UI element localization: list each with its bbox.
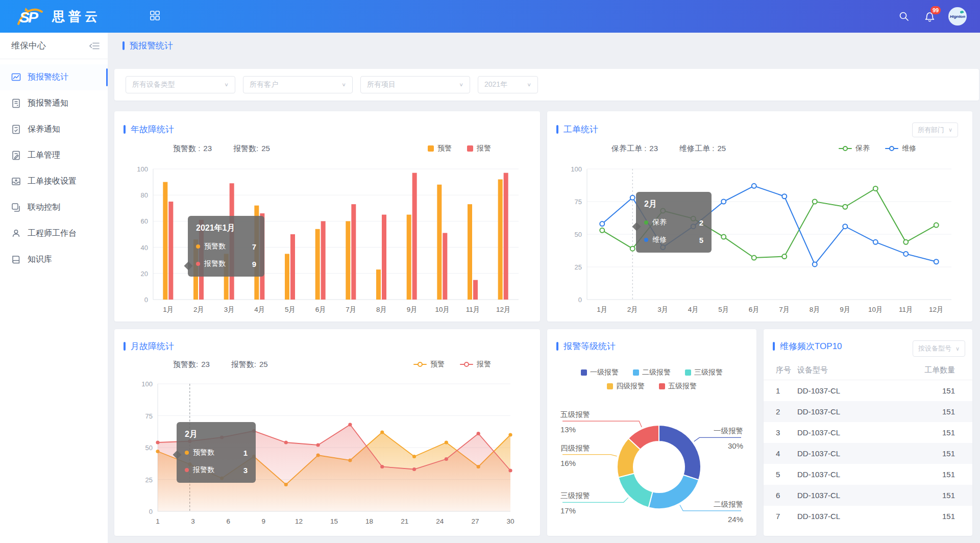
top10-card: 维修频次TOP10 按设备型号∨ 序号 设备型号 工单数量 1DD-1037-C…	[764, 329, 972, 536]
sidebar-item-workorder-receive[interactable]: 工单接收设置	[0, 168, 108, 194]
year-fault-card: 年故障统计 预警数 :23 报警数:25 预警 报警 0204060801001…	[114, 111, 540, 322]
year-select[interactable]: 2021年∨	[478, 76, 538, 93]
svg-text:3月: 3月	[657, 306, 668, 313]
svg-text:11月: 11月	[466, 306, 480, 313]
card-title: 工单统计	[556, 124, 598, 135]
workspace-header: 维保中心	[0, 33, 108, 59]
sidebar-item-linkage-control[interactable]: 联动控制	[0, 194, 108, 220]
month-fault-card: 月故障统计 预警数:23 报警数:25 预警 报警 02550751001369…	[114, 329, 540, 536]
svg-text:12月: 12月	[496, 306, 511, 313]
svg-text:1月: 1月	[597, 306, 607, 313]
card-title: 月故障统计	[124, 340, 174, 352]
card-title: 报警等级统计	[556, 340, 616, 352]
svg-text:10月: 10月	[868, 306, 883, 313]
sidebar-item-engineer-workbench[interactable]: 工程师工作台	[0, 220, 108, 246]
book-icon	[11, 255, 21, 264]
svg-text:四级报警: 四级报警	[560, 444, 590, 452]
svg-text:75: 75	[145, 412, 153, 420]
svg-text:40: 40	[141, 244, 148, 252]
department-select[interactable]: 所有部门∨	[912, 122, 958, 137]
workspace-label: 维保中心	[11, 40, 46, 52]
svg-text:五级报警: 五级报警	[560, 410, 590, 418]
sidebar-item-workorder-mgmt[interactable]: 工单管理	[0, 142, 108, 168]
area-chart-tooltip: 2月 预警数1 报警数3	[177, 422, 256, 483]
svg-text:21: 21	[401, 517, 408, 525]
customer-select[interactable]: 所有客户∨	[243, 76, 353, 93]
app-root: SP 思普云 99 Hignton	[0, 0, 980, 543]
apps-grid-icon[interactable]	[150, 11, 160, 22]
svg-text:13%: 13%	[560, 425, 576, 434]
line-chart-tooltip: 2月 保养2 维修5	[636, 192, 712, 253]
svg-text:二级报警: 二级报警	[714, 500, 743, 508]
sp-logo-icon: SP	[15, 6, 45, 27]
svg-text:8月: 8月	[376, 306, 387, 313]
svg-text:15: 15	[330, 517, 338, 525]
document-edit-icon	[11, 151, 21, 160]
table-row[interactable]: 4DD-1037-CL151	[764, 443, 972, 464]
svg-text:11月: 11月	[899, 306, 913, 313]
project-select[interactable]: 所有项目∨	[360, 76, 470, 93]
device-model-filter-button[interactable]: 按设备型号∨	[913, 340, 965, 357]
alarm-level-card: 报警等级统计 一级报警 二级报警 三级报警 四级报警 五级报警 一级报警30%二…	[547, 329, 756, 536]
svg-text:60: 60	[141, 217, 148, 225]
document-check-icon	[11, 125, 21, 134]
chevron-down-icon: ∨	[219, 82, 229, 87]
card-title: 年故障统计	[124, 124, 174, 135]
table-row[interactable]: 5DD-1037-CL151	[764, 464, 972, 485]
alarm-level-donut-chart[interactable]: 一级报警30%二级报警24%三级报警17%四级报警16%五级报警13%	[547, 389, 756, 533]
table-row[interactable]: 1DD-1037-CL151	[764, 380, 972, 401]
svg-text:75: 75	[575, 198, 582, 206]
svg-text:4月: 4月	[688, 306, 699, 313]
svg-text:10月: 10月	[435, 306, 450, 313]
sidebar-item-prealarm-stats[interactable]: 预报警统计	[0, 64, 108, 90]
card-title: 维修频次TOP10	[773, 340, 842, 352]
svg-text:SP: SP	[19, 9, 39, 26]
svg-text:100: 100	[571, 165, 582, 173]
year-fault-bar-chart[interactable]: 0204060801001月2月3月4月5月6月7月8月9月10月11月12月	[114, 158, 540, 322]
sidebar-item-knowledge-base[interactable]: 知识库	[0, 246, 108, 273]
svg-text:3: 3	[191, 517, 195, 525]
notifications-bell-icon[interactable]: 99	[924, 11, 935, 22]
svg-text:12: 12	[295, 517, 303, 525]
brand-name: 思普云	[52, 8, 101, 25]
svg-text:20: 20	[141, 270, 148, 278]
work-order-line-chart[interactable]: 02550751001月2月3月4月5月6月7月8月9月10月11月12月	[547, 158, 972, 322]
sidebar-collapse-icon[interactable]	[89, 42, 100, 50]
svg-text:6月: 6月	[749, 306, 760, 313]
main-content: 预报警统计 所有设备类型∨ 所有客户∨ 所有项目∨ 2021年∨ 年故障统计 预…	[108, 33, 980, 543]
svg-text:12月: 12月	[929, 306, 944, 313]
svg-text:50: 50	[145, 444, 153, 452]
table-row[interactable]: 6DD-1037-CL151	[764, 485, 972, 506]
bar-chart-tooltip: 2021年1月 预警数7 报警数9	[188, 216, 264, 277]
svg-text:25: 25	[575, 263, 582, 271]
search-icon[interactable]	[899, 11, 909, 21]
svg-text:27: 27	[471, 517, 479, 525]
notification-badge: 99	[930, 6, 941, 14]
svg-text:9月: 9月	[840, 306, 850, 313]
top10-table-header: 序号 设备型号 工单数量	[764, 361, 972, 380]
sidebar-item-prealarm-notice[interactable]: 预报警通知	[0, 90, 108, 116]
chevron-down-icon: ∨	[454, 82, 463, 87]
table-row[interactable]: 3DD-1037-CL151	[764, 422, 972, 443]
filter-bar: 所有设备类型∨ 所有客户∨ 所有项目∨ 2021年∨	[114, 69, 979, 101]
svg-text:9月: 9月	[407, 306, 418, 313]
device-type-select[interactable]: 所有设备类型∨	[126, 76, 235, 93]
svg-text:9: 9	[262, 517, 266, 525]
svg-text:6: 6	[226, 517, 230, 525]
month-fault-legend[interactable]: 预警 报警	[398, 360, 491, 369]
svg-text:80: 80	[141, 191, 148, 199]
page-title: 预报警统计	[122, 40, 173, 52]
svg-text:7月: 7月	[346, 306, 356, 313]
table-row[interactable]: 2DD-1037-CL151	[764, 401, 972, 422]
sidebar-item-maintenance-notice[interactable]: 保养通知	[0, 116, 108, 142]
chevron-down-icon: ∨	[948, 127, 952, 133]
svg-text:一级报警: 一级报警	[714, 427, 743, 435]
svg-text:18: 18	[365, 517, 373, 525]
table-row[interactable]: 7DD-1037-CL151	[764, 506, 972, 527]
year-fault-legend[interactable]: 预警 报警	[412, 144, 491, 153]
svg-text:100: 100	[137, 165, 148, 173]
svg-text:30%: 30%	[728, 441, 743, 450]
work-order-legend[interactable]: 保养 维修	[823, 144, 916, 153]
user-avatar[interactable]: Hignton	[948, 7, 967, 26]
brand-logo[interactable]: SP 思普云	[15, 6, 101, 27]
